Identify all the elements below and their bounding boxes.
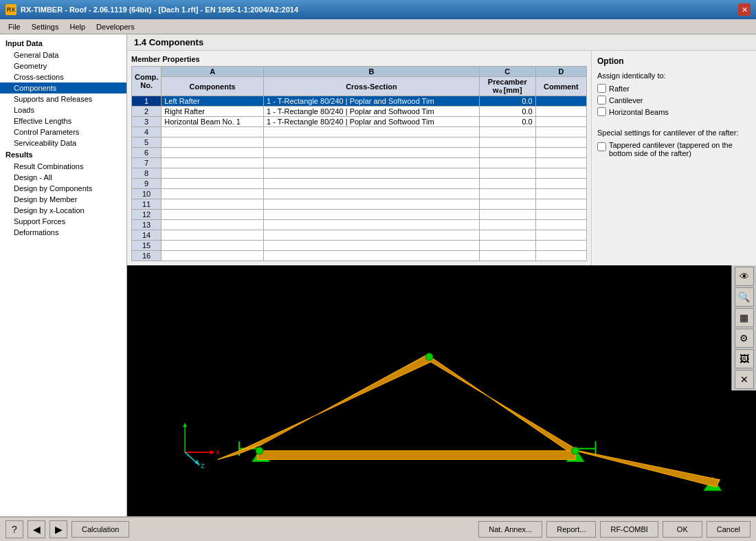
ok-button[interactable]: OK [663,521,702,538]
cell-component: Horizontal Beam No. 1 [162,117,264,127]
cell-cross-section: 1 - T-Rectangle 80/240 | Poplar and Soft… [263,96,479,107]
cell-precamber [479,210,535,220]
sidebar-item-supports-releases[interactable]: Supports and Releases [0,93,126,104]
col-b-header: B [263,67,479,77]
cell-comment [535,220,586,230]
table-row[interactable]: 9 [132,179,587,189]
table-row[interactable]: 10 [132,189,587,199]
cell-component [162,168,264,179]
sidebar-item-design-by-x-location[interactable]: Design by x-Location [0,205,126,216]
sidebar-item-components[interactable]: Components [0,82,126,93]
sidebar-item-loads[interactable]: Loads [0,104,126,115]
sidebar-item-result-combinations[interactable]: Result Combinations [0,161,126,172]
checkbox-cantilever[interactable] [597,96,606,104]
table-row[interactable]: 14 [132,230,587,241]
svg-rect-0 [127,286,756,496]
rf-combi-button[interactable]: RF-COMBI [600,521,658,538]
calculation-button[interactable]: Calculation [71,521,129,538]
svg-marker-18 [257,451,575,460]
cell-precamber [479,158,535,168]
viz-tool-4[interactable]: ⚙ [735,329,754,348]
col-d-header: D [535,67,586,77]
sidebar-item-effective-lengths[interactable]: Effective Lengths [0,115,126,126]
sidebar-item-deformations[interactable]: Deformations [0,227,126,238]
menu-help[interactable]: Help [64,21,91,32]
cell-component [162,158,264,168]
viz-tool-2[interactable]: 🔍 [735,287,754,307]
cell-cross-section [263,251,479,261]
sidebar: Input Data General Data Geometry Cross-s… [0,34,127,516]
checkbox-tappered[interactable] [597,142,606,151]
table-row[interactable]: 13 [132,220,587,230]
cell-cross-section [263,241,479,251]
menu-file[interactable]: File [3,21,26,32]
viz-tool-6[interactable]: ✕ [735,370,754,389]
cell-cross-section [263,148,479,158]
viz-tool-1[interactable]: 👁 [735,267,754,286]
table-row[interactable]: 6 [132,148,587,158]
close-button[interactable]: ✕ [738,3,751,16]
member-properties-label: Member Properties [131,55,587,63]
tappered-row: Tappered cantilever (tappered on the bot… [597,141,751,157]
cell-precamber [479,230,535,241]
cell-component [162,241,264,251]
sidebar-item-control-parameters[interactable]: Control Parameters [0,126,126,137]
cell-row-num: 16 [132,251,162,261]
components-table: Comp.No. A B C D Components Cross-Sectio… [131,66,587,261]
cell-component [162,230,264,241]
menu-developers[interactable]: Developers [91,21,140,32]
viz-area: x z [127,265,756,516]
sidebar-item-design-all[interactable]: Design - All [0,172,126,183]
prev-button[interactable]: ◀ [27,520,45,538]
col-a-header: A [162,67,264,77]
cell-comment [535,210,586,220]
checkbox-horizontal-beams[interactable] [597,107,606,116]
sidebar-item-support-forces[interactable]: Support Forces [0,216,126,227]
cell-precamber: 0.0 [479,107,535,117]
page-title: 1.4 Components [127,34,756,51]
sidebar-item-geometry[interactable]: Geometry [0,60,126,71]
viz-tool-3[interactable]: ▦ [735,308,754,327]
help-icon-button[interactable]: ? [5,520,23,538]
special-settings-label: Special settings for cantilever of the r… [597,129,751,137]
cell-cross-section [263,137,479,148]
results-section: Results [0,148,126,161]
checkbox-horizontal-beams-label: Horizontal Beams [609,108,669,116]
next-button[interactable]: ▶ [49,520,67,538]
menu-settings[interactable]: Settings [26,21,65,32]
table-row[interactable]: 4 [132,127,587,137]
sidebar-item-design-by-components[interactable]: Design by Components [0,183,126,194]
svg-text:x: x [216,448,220,456]
cell-row-num: 13 [132,220,162,230]
cell-cross-section: 1 - T-Rectangle 80/240 | Poplar and Soft… [263,107,479,117]
table-row[interactable]: 2Right Rafter1 - T-Rectangle 80/240 | Po… [132,107,587,117]
table-body: 1Left Rafter1 - T-Rectangle 80/240 | Pop… [132,96,587,261]
table-row[interactable]: 15 [132,241,587,251]
cell-cross-section [263,127,479,137]
table-row[interactable]: 12 [132,210,587,220]
col-precamber: Precamberw₀ [mm] [479,77,535,96]
sidebar-item-design-by-member[interactable]: Design by Member [0,194,126,205]
special-settings: Special settings for cantilever of the r… [597,129,751,157]
cancel-button[interactable]: Cancel [707,521,751,538]
sidebar-item-serviceability-data[interactable]: Serviceability Data [0,137,126,148]
checkbox-rafter[interactable] [597,84,606,93]
table-row[interactable]: 8 [132,168,587,179]
svg-point-22 [256,448,263,455]
table-row[interactable]: 1Left Rafter1 - T-Rectangle 80/240 | Pop… [132,96,587,107]
table-row[interactable]: 7 [132,158,587,168]
nat-annex-button[interactable]: Nat. Annex... [478,521,542,538]
checkbox-rafter-row: Rafter [597,82,751,94]
svg-text:z: z [201,461,204,470]
cell-row-num: 5 [132,137,162,148]
table-row[interactable]: 3Horizontal Beam No. 11 - T-Rectangle 80… [132,117,587,127]
cell-component [162,199,264,210]
table-row[interactable]: 16 [132,251,587,261]
sidebar-item-cross-sections[interactable]: Cross-sections [0,71,126,82]
table-row[interactable]: 11 [132,199,587,210]
table-row[interactable]: 5 [132,137,587,148]
cell-row-num: 15 [132,241,162,251]
viz-tool-5[interactable]: 🖼 [735,349,754,368]
report-button[interactable]: Report... [546,521,596,538]
sidebar-item-general-data[interactable]: General Data [0,49,126,60]
